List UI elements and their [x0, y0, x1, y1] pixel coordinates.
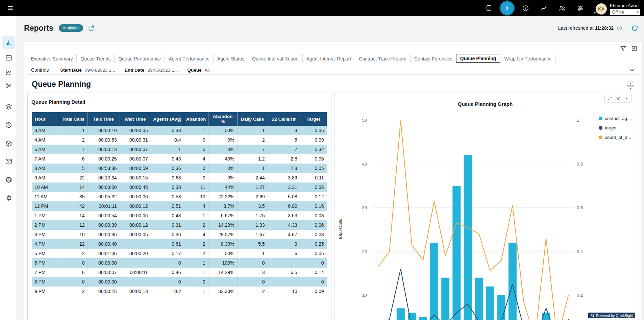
table-row[interactable]: 6 PM000:00:0001100%00 [32, 258, 327, 268]
scissors-icon [5, 82, 13, 90]
table-row[interactable]: 4 AM200:00:5300:00:310.400%250.09 [32, 135, 327, 145]
sidebar-item-history[interactable] [2, 118, 15, 131]
status-dot-icon [593, 11, 596, 14]
svg-text:0.4: 0.4 [577, 249, 583, 254]
controls-collapse-chevron-icon[interactable] [629, 67, 636, 73]
gear-icon [5, 194, 13, 202]
column-header-wait-time[interactable]: Wait Time [120, 112, 151, 126]
column-header-agents-avg[interactable]: Agents (Avg) [151, 112, 184, 126]
kebab-menu-icon[interactable] [624, 96, 629, 101]
queue-planning-chart: 100.2200.4300.6400.8501Total Calls [335, 93, 639, 320]
chevron-down-icon: ▾ [637, 9, 639, 15]
column-header-abandon[interactable]: Abandon [184, 112, 208, 126]
svg-text:Total Calls: Total Calls [338, 219, 343, 240]
table-row[interactable]: 3 AM100:00:1000:00:050.33150%130.05 [32, 126, 327, 135]
table-row[interactable]: 7 PM600:00:0700:00:110.46114.29%36.50.14 [32, 268, 327, 277]
main-content: Reports Analytics Last refreshed at11:28… [17, 16, 644, 320]
table-row[interactable]: 10 AM1400:03:0000:00:450.381144%1.273.31… [32, 182, 327, 192]
donut-chart-icon [5, 176, 13, 183]
scroll-down-icon[interactable]: ▼ [627, 87, 634, 91]
table-row[interactable]: 11 AM3500:05:3200:00:060.531022.22%2.695… [32, 192, 327, 201]
avatar[interactable]: KA [596, 3, 607, 15]
cards-row: Queue Planning Detail HourTotal CallsTal… [27, 93, 639, 320]
tab-queue-planning[interactable]: Queue Planning [456, 54, 500, 63]
filter-icon[interactable] [616, 96, 621, 101]
table-row[interactable]: 12 PM4200:01:1100:00:120.5148.7%3.56.920… [32, 201, 327, 211]
table-row[interactable]: 5 PM200:01:0600:00:200.17250%160.05 [32, 249, 327, 258]
tab-agent-status[interactable]: Agent Status [213, 54, 248, 63]
control-start-date[interactable]: Start Date09/04/2023 1... [60, 68, 115, 73]
control-end-date[interactable]: End Date29/05/2023 1... [125, 68, 178, 73]
column-header-target[interactable]: Target [300, 112, 327, 126]
table-row[interactable]: 8 AM500:53:3600:00:590.3600%12.80.05 [32, 164, 327, 173]
sidebar-item-reports[interactable] [2, 36, 15, 49]
tab-executive-summary[interactable]: Executive Summary [27, 54, 76, 63]
sidebar-item-metrics[interactable] [2, 173, 15, 186]
external-link-icon[interactable] [88, 25, 95, 31]
table-row[interactable]: 6 AM700:00:1300:00:07100%770.32 [32, 145, 327, 154]
chart-title: Queue Planning Graph [335, 101, 636, 107]
line-chart-icon[interactable] [537, 1, 550, 15]
status-select[interactable]: Offline ▾ [610, 9, 640, 15]
tab-queue-performance[interactable]: Queue Performance [114, 54, 165, 63]
sidebar-item-routing[interactable] [2, 79, 15, 92]
sidebar-item-settings[interactable] [2, 192, 15, 204]
quicksight-badge[interactable]: Powered by QuickSight [588, 313, 635, 318]
sidebar-item-messages[interactable] [2, 155, 15, 167]
column-header-22-calls-hr[interactable]: 22 Calls/Hr [268, 112, 300, 126]
user-name: Khurram Awan [610, 3, 640, 8]
layers-icon [5, 103, 13, 110]
hamburger-menu-icon[interactable] [4, 2, 17, 14]
sidebar-item-modules[interactable] [2, 137, 15, 150]
column-header-abandon[interactable]: Abandon % [208, 112, 237, 126]
refresh-icon[interactable] [631, 25, 638, 32]
table-row[interactable]: 7 AM600:00:2500:00:070.43440%1.22.80.05 [32, 154, 327, 164]
table-row[interactable]: 4 PM2200:00:400.6128.33%5.590.25 [32, 239, 327, 249]
last-refreshed-text: Last refreshed at11:28:32 [558, 25, 614, 31]
table-row[interactable]: 1 PM1400:00:5400:00:060.4816.67%1.753.63… [32, 211, 327, 220]
visual-menu [604, 95, 632, 102]
legend-item-target[interactable]: target [599, 125, 631, 130]
tab-wrap-up-performance[interactable]: Wrap-Up Performance [500, 54, 555, 63]
calendar-icon [5, 54, 13, 61]
notes-icon[interactable] [482, 1, 496, 15]
users-icon[interactable] [555, 1, 569, 15]
tab-contact-forensics[interactable]: Contact Forensics [410, 54, 456, 63]
tab-contract-trace-record[interactable]: Contract Trace Record [355, 54, 410, 63]
control-queue[interactable]: QueueAll [187, 68, 209, 73]
history-icon [5, 121, 13, 128]
legend-marker-icon [599, 136, 602, 139]
table-row[interactable]: 9 PM200:00:2500:00:130.2133.33%2100.09 [32, 287, 327, 296]
sidebar-item-trends[interactable] [2, 66, 15, 78]
legend-item-contact-ag[interactable]: contact_ag... [599, 116, 631, 121]
table-row[interactable]: 8 PM000:00:000000 [32, 277, 327, 287]
tab-queue-trends[interactable]: Queue Trends [76, 54, 114, 63]
info-icon[interactable] [616, 25, 622, 31]
sidebar-item-layers[interactable] [2, 100, 15, 113]
tab-agent-interval-report[interactable]: Agent Interval Report [302, 54, 355, 63]
table-row[interactable]: 9 AM2206:10:3400:00:150.6300%2.443.890.1… [32, 173, 327, 182]
legend-item-count-of-a[interactable]: count_of_a... [599, 135, 631, 140]
queue-planning-detail-card: Queue Planning Detail HourTotal CallsTal… [27, 93, 331, 320]
table-row[interactable]: 3 PM1000:00:3600:00:050.36428.57%1.674.6… [32, 230, 327, 239]
column-header-total-calls[interactable]: Total Calls [59, 112, 88, 126]
sliders-icon[interactable] [573, 1, 587, 15]
flash-icon[interactable] [500, 1, 514, 15]
column-header-daily-calls[interactable]: Daily Calls [237, 112, 268, 126]
scroll-up-icon[interactable]: ▲ [627, 81, 634, 86]
controls-bar: Controls Start Date09/04/2023 1...End Da… [27, 66, 640, 75]
trend-chart-icon [5, 69, 13, 76]
column-header-hour[interactable]: Hour [32, 112, 59, 126]
svg-text:30: 30 [362, 205, 367, 210]
filter-icon[interactable] [620, 45, 626, 52]
svg-text:0.6: 0.6 [577, 205, 583, 210]
sidebar-item-calendar[interactable] [2, 51, 15, 64]
tab-agent-performance[interactable]: Agent Performance [165, 54, 213, 63]
export-icon[interactable] [631, 45, 638, 52]
svg-text:40: 40 [362, 162, 367, 167]
column-header-talk-time[interactable]: Talk Time [88, 112, 120, 126]
tab-queue-interval-report[interactable]: Queue Interval Report [248, 54, 302, 63]
expand-icon[interactable] [607, 96, 612, 101]
help-icon[interactable]: ? [519, 1, 532, 15]
table-row[interactable]: 2 PM1200:00:3900:00:120.31214.29%1.334.3… [32, 220, 327, 230]
